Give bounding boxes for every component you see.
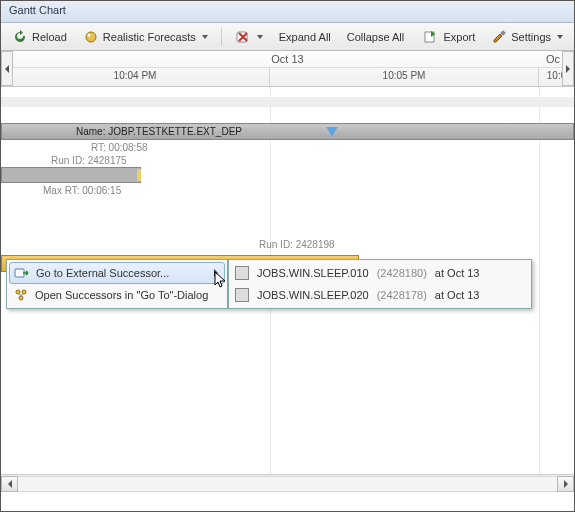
- ruler-date-right: Oc: [546, 53, 560, 65]
- clear-button[interactable]: [228, 26, 270, 48]
- rt-label: RT: 00:08:58: [91, 142, 148, 153]
- context-item-label: Open Successors in "Go To"-Dialog: [35, 289, 208, 301]
- time-tick: 10:04 PM: [1, 68, 269, 86]
- submenu-job: JOBS.WIN.SLEEP.010: [257, 267, 369, 279]
- scroll-left-button[interactable]: [1, 476, 18, 492]
- task-bar[interactable]: [1, 167, 141, 183]
- time-ruler: Oct 13 Oc 10:04 PM 10:05 PM 10:0: [1, 51, 574, 87]
- clear-icon: [235, 29, 251, 45]
- task-header-label: Name: JOBP.TESTKETTE.EXT_DEP: [76, 126, 242, 137]
- time-tick: 10:05 PM: [269, 68, 538, 86]
- job-status-box-icon: [235, 266, 249, 280]
- chevron-left-icon: [8, 480, 12, 488]
- collapse-all-label: Collapse All: [347, 31, 404, 43]
- reload-icon: [12, 29, 28, 45]
- context-item-goto-external[interactable]: Go to External Successor...: [9, 262, 225, 284]
- goto-icon: [14, 265, 30, 281]
- ruler-date-row: Oct 13 Oc: [1, 51, 574, 68]
- ruler-scroll-left[interactable]: [1, 51, 13, 86]
- svg-point-1: [87, 33, 90, 36]
- successors-icon: [13, 287, 29, 303]
- window-title: Gantt Chart: [9, 4, 66, 16]
- maxrt-label: Max RT: 00:06:15: [43, 185, 121, 196]
- context-item-open-successors[interactable]: Open Successors in "Go To"-Dialog: [9, 284, 225, 306]
- caret-down-icon: [257, 35, 263, 39]
- toolbar: Reload Realistic Forecasts Expand All Co…: [1, 23, 574, 51]
- runid-label: Run ID: 2428175: [51, 155, 127, 166]
- marker-icon: [326, 127, 338, 137]
- window-titlebar: Gantt Chart: [1, 1, 574, 23]
- mouse-cursor-icon: [214, 271, 228, 291]
- export-label: Export: [443, 31, 475, 43]
- band: [1, 97, 574, 107]
- forecasts-button[interactable]: Realistic Forecasts: [76, 26, 215, 48]
- forecasts-label: Realistic Forecasts: [103, 31, 196, 43]
- submenu-item[interactable]: JOBS.WIN.SLEEP.020 (2428178) at Oct 13: [231, 284, 529, 306]
- submenu-job: JOBS.WIN.SLEEP.020: [257, 289, 369, 301]
- ruler-date: Oct 13: [271, 53, 303, 65]
- forecasts-icon: [83, 29, 99, 45]
- expand-all-label: Expand All: [279, 31, 331, 43]
- submenu-at: at Oct 13: [435, 267, 480, 279]
- svg-rect-5: [15, 269, 24, 277]
- collapse-all-button[interactable]: Collapse All: [340, 28, 411, 46]
- ruler-scroll-right[interactable]: [562, 51, 574, 86]
- export-button[interactable]: Export: [416, 26, 482, 48]
- submenu-at: at Oct 13: [435, 289, 480, 301]
- caret-down-icon: [557, 35, 563, 39]
- scroll-track[interactable]: [18, 476, 557, 492]
- export-icon: [423, 29, 439, 45]
- caret-down-icon: [202, 35, 208, 39]
- submenu: JOBS.WIN.SLEEP.010 (2428180) at Oct 13 J…: [228, 259, 532, 309]
- ruler-times-row: 10:04 PM 10:05 PM 10:0: [1, 68, 574, 86]
- job-status-box-icon: [235, 288, 249, 302]
- submenu-runid: (2428178): [377, 289, 427, 301]
- expand-all-button[interactable]: Expand All: [272, 28, 338, 46]
- context-item-label: Go to External Successor...: [36, 267, 169, 279]
- gantt-body: Name: JOBP.TESTKETTE.EXT_DEP RT: 00:08:5…: [1, 87, 574, 492]
- submenu-item[interactable]: JOBS.WIN.SLEEP.010 (2428180) at Oct 13: [231, 262, 529, 284]
- horizontal-scrollbar[interactable]: [1, 474, 574, 492]
- scroll-right-button[interactable]: [557, 476, 574, 492]
- submenu-runid: (2428180): [377, 267, 427, 279]
- task-header[interactable]: Name: JOBP.TESTKETTE.EXT_DEP: [1, 123, 574, 140]
- reload-button[interactable]: Reload: [5, 26, 74, 48]
- context-menu: Go to External Successor... Open Success…: [6, 259, 228, 309]
- chevron-left-icon: [5, 65, 9, 73]
- settings-label: Settings: [511, 31, 551, 43]
- runid-label: Run ID: 2428198: [259, 239, 335, 250]
- reload-label: Reload: [32, 31, 67, 43]
- svg-point-0: [86, 32, 96, 42]
- chevron-right-icon: [564, 480, 568, 488]
- chevron-right-icon: [566, 65, 570, 73]
- separator: [221, 28, 222, 46]
- settings-button[interactable]: Settings: [484, 26, 570, 48]
- settings-icon: [491, 29, 507, 45]
